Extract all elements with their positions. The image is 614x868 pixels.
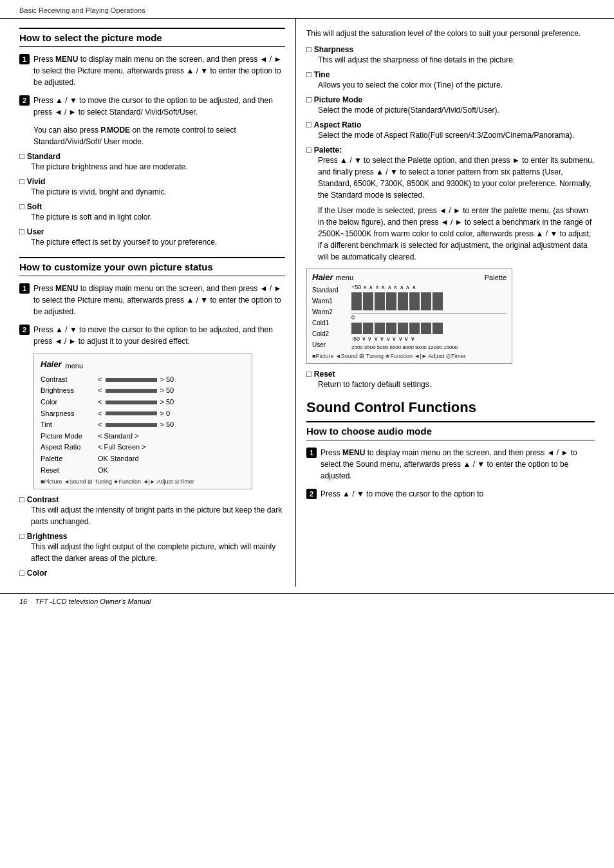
sound-step2: 2 Press ▲ / ▼ to move the cursor to the … xyxy=(306,488,595,500)
pal-bar-bot-8 xyxy=(433,323,443,334)
menu-label-brightness: Brightness xyxy=(41,385,95,397)
menu-bar-brightness xyxy=(106,389,157,393)
pal-scale-4: 6500 xyxy=(389,344,401,350)
footer-text: TFT -LCD television Owner's Manual xyxy=(35,598,151,605)
palette-desc2: If the User mode is selected, press ◄ / … xyxy=(318,205,595,263)
breadcrumb: Basic Receiving and Playing Operations xyxy=(0,6,614,19)
menu-bar-color xyxy=(106,401,157,404)
reset-item: Reset Return to factory default settings… xyxy=(306,369,595,390)
standard-title: Standard xyxy=(19,151,285,161)
page: Basic Receiving and Playing Operations H… xyxy=(0,0,614,609)
menu-label-sharpness: Sharpness xyxy=(41,408,95,420)
step1-section2: 1 Press MENU to display main menu on the… xyxy=(19,283,285,317)
footer: 16 TFT -LCD television Owner's Manual xyxy=(0,593,614,609)
right-column: This will adjust the saturation level of… xyxy=(296,19,614,587)
palette-bars-top xyxy=(351,292,507,310)
palette-top-value: +50 ∧ ∧ ∧ ∧ ∧ ∧ ∧ ∧ ∧ xyxy=(351,284,507,290)
step2-section2-text: Press ▲ / ▼ to move the cursor to the op… xyxy=(33,324,285,347)
sound-subsection-title: How to choose audio mode xyxy=(306,421,595,440)
pal-bar-2 xyxy=(363,292,373,310)
menu-lt-contrast: < xyxy=(98,374,102,386)
pal-bar-7 xyxy=(421,292,431,310)
pal-bar-bot-7 xyxy=(421,323,431,334)
sound-step2-text: Press ▲ / ▼ to move the cursor to the op… xyxy=(321,488,483,500)
user-title: User xyxy=(19,227,285,236)
menu-bar-contrast xyxy=(106,378,157,382)
menu-row-picturemode: Picture Mode < Standard > xyxy=(41,431,245,442)
menu-row-sharpness: Sharpness < > 0 xyxy=(41,408,245,420)
step2-section2: 2 Press ▲ / ▼ to move the cursor to the … xyxy=(19,324,285,347)
palette-label-cold1: Cold1 xyxy=(312,319,348,326)
aspect-ratio-desc: Select the mode of Aspect Ratio(Full scr… xyxy=(318,129,595,141)
palette-box: Haier menu Palette Standard Warm1 Warm2 … xyxy=(306,268,512,364)
menu-val-contrast: > 50 xyxy=(160,374,174,386)
menu-val-reset: OK xyxy=(98,465,108,476)
menu-label-contrast: Contrast xyxy=(41,374,95,386)
menu-row-tint: Tint < > 50 xyxy=(41,419,245,431)
contrast-item: Contrast This will adjust the intensity … xyxy=(19,495,285,527)
menu-brand-row: Haier menu xyxy=(41,358,245,374)
sound-step1: 1 Press MENU to display main menu on the… xyxy=(306,447,595,482)
palette-bot-value: -50 ∨ ∨ ∨ ∨ ∨ ∨ ∨ ∨ ∨ xyxy=(351,335,507,342)
sound-step1-text: Press MENU to display main menu on the s… xyxy=(321,447,595,482)
user-item: User The picture effect is set by yourse… xyxy=(19,227,285,248)
brightness-title: Brightness xyxy=(19,531,285,541)
palette-label-standard: Standard xyxy=(312,287,348,294)
contrast-desc: This will adjust the intensity of bright… xyxy=(31,504,285,527)
menu-lt-color: < xyxy=(98,397,102,408)
step2-note: You can also press P.MODE on the remote … xyxy=(33,124,285,147)
standard-item: Standard The picture brightness and hue … xyxy=(19,151,285,173)
palette-label-warm2: Warm2 xyxy=(312,308,348,316)
soft-item: Soft The picture is soft and in light co… xyxy=(19,202,285,223)
step-num-s2-1: 1 xyxy=(19,283,30,294)
palette-label-cold2: Cold2 xyxy=(312,330,348,337)
pal-scale-8: 15000 xyxy=(443,344,458,350)
pal-scale-1: 2500 xyxy=(351,344,363,350)
sound-section-title: Sound Control Functions xyxy=(306,399,595,416)
pal-scale-2: 3500 xyxy=(364,344,376,350)
pal-bar-6 xyxy=(409,292,420,310)
picture-mode-desc: Select the mode of picture(Standard/Vivi… xyxy=(318,104,595,116)
picture-mode-item: Picture Mode Select the mode of picture(… xyxy=(306,95,595,116)
palette-title: Palette: xyxy=(306,145,595,155)
soft-desc: The picture is soft and in light color. xyxy=(31,211,285,223)
step1-section1-text: Press MENU to display main menu on the s… xyxy=(33,53,285,88)
menu-label: menu xyxy=(66,361,84,372)
menu-label-color: Color xyxy=(41,397,95,408)
tine-title: Tine xyxy=(306,70,595,79)
palette-brand: Haier xyxy=(312,272,333,282)
palette-header-label: Palette xyxy=(485,274,507,281)
menu-bar-sharpness xyxy=(106,411,157,415)
tine-item: Tine Allows you to select the color mix … xyxy=(306,70,595,91)
pal-bar-bot-3 xyxy=(375,323,385,334)
pal-bar-bot-6 xyxy=(409,323,420,334)
palette-scale-labels: 2500 3500 5000 6500 8000 9300 12000 1500… xyxy=(351,344,507,350)
section1-title: How to select the picture mode xyxy=(19,28,285,47)
left-column: How to select the picture mode 1 Press M… xyxy=(0,19,296,587)
sound-step-num-1: 1 xyxy=(306,448,317,458)
step2-section1: 2 Press ▲ / ▼ to move the cursor to the … xyxy=(19,95,285,118)
aspect-ratio-item: Aspect Ratio Select the mode of Aspect R… xyxy=(306,120,595,141)
color-desc: This will adjust the saturation level of… xyxy=(306,28,595,39)
sharpness-title: Sharpness xyxy=(306,44,595,54)
step-num-s2-2: 2 xyxy=(19,325,30,335)
step-num-1: 1 xyxy=(19,54,30,64)
picture-mode-title: Picture Mode xyxy=(306,95,595,104)
palette-label-warm1: Warm1 xyxy=(312,297,348,305)
menu-row-reset: Reset OK xyxy=(41,465,245,476)
menu-lt-brightness: < xyxy=(98,385,102,397)
step2-section1-text: Press ▲ / ▼ to move the cursor to the op… xyxy=(33,95,285,118)
palette-chart-area: Standard Warm1 Warm2 Cold1 Cold2 User +5… xyxy=(312,284,507,350)
page-number: 16 xyxy=(19,598,27,605)
palette-bars-bottom xyxy=(351,323,507,334)
pal-bar-8 xyxy=(433,292,443,310)
palette-label-col: Standard Warm1 Warm2 Cold1 Cold2 User xyxy=(312,284,348,350)
menu-label-reset: Reset xyxy=(41,465,95,476)
palette-label-user: User xyxy=(312,341,348,348)
palette-footer-text: ■Picture ◄Sound ⊞ Tuning ★Function ◄|► A… xyxy=(312,353,466,359)
color-title: Color xyxy=(19,568,285,578)
menu-label-picturemode: Picture Mode xyxy=(41,431,95,442)
section2-title: How to customize your own picture status xyxy=(19,257,285,276)
menu-footer: ■Picture ◄Sound ⊞ Tuning ★Function ◄|► A… xyxy=(41,478,245,485)
menu-box: Haier menu Contrast < > 50 Brightness < … xyxy=(33,354,252,489)
